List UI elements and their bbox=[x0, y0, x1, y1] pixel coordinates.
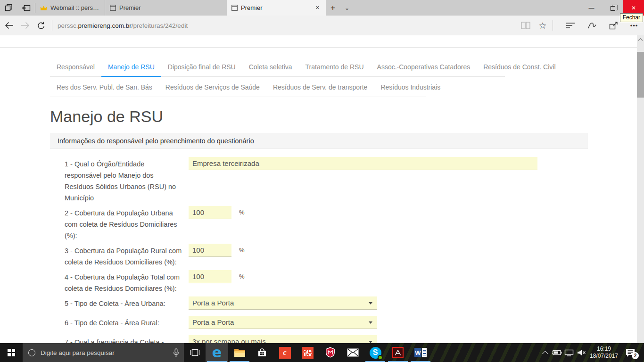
field-label: 5 - Tipo de Coleta - Área Urbana: bbox=[65, 296, 182, 310]
share-icon[interactable] bbox=[605, 16, 621, 35]
page-favicon-icon bbox=[110, 5, 116, 11]
word-icon: W bbox=[414, 348, 427, 357]
start-button[interactable] bbox=[0, 343, 23, 362]
hub-icon[interactable] bbox=[562, 16, 578, 35]
cortana-search-box[interactable]: Digite aqui para pesquisar bbox=[23, 343, 184, 362]
form-row-6: 6 - Tipo de Coleta - Área Rural: Porta a… bbox=[65, 316, 588, 329]
browser-nav-bar: perssc.premiereng.com.br/prefeituras/242… bbox=[0, 16, 644, 35]
refresh-button[interactable] bbox=[33, 16, 49, 35]
tab-disposicao-final[interactable]: Diposição final de RSU bbox=[161, 63, 242, 76]
tray-overflow-chevron-icon[interactable] bbox=[539, 343, 551, 362]
taskbar-file-explorer-button[interactable] bbox=[228, 343, 251, 362]
field-label: 4 - Cobertura da População Total com col… bbox=[65, 270, 182, 294]
url-path: /prefeituras/242/edit bbox=[132, 22, 188, 29]
browser-tab-premier-1[interactable]: Premier bbox=[105, 0, 227, 16]
minimize-button[interactable]: — bbox=[581, 0, 602, 16]
browser-tab-premier-active[interactable]: Premier ✕ bbox=[227, 0, 326, 16]
cobertura-total-input[interactable] bbox=[189, 270, 231, 283]
tab-residuos-const-civil[interactable]: Resíduos de Const. Civil bbox=[477, 63, 562, 76]
tab-residuos-serv-transporte[interactable]: Resíduos de Serv. de transporte bbox=[266, 83, 374, 97]
taskbar-red-sliders-app-button[interactable] bbox=[296, 343, 319, 362]
volume-muted-icon[interactable] bbox=[575, 343, 587, 362]
url-domain: premiereng.com.br bbox=[78, 22, 132, 29]
tab-close-icon[interactable]: ✕ bbox=[314, 5, 321, 11]
notification-badge: 2 bbox=[632, 352, 639, 359]
new-tab-button[interactable]: + bbox=[326, 0, 340, 16]
cobertura-urbana-input[interactable] bbox=[189, 206, 231, 219]
cobertura-rural-input[interactable] bbox=[189, 244, 231, 257]
tab-residuos-servicos-saude[interactable]: Resíduos de Serviços de Saúde bbox=[159, 83, 266, 97]
percent-suffix: % bbox=[239, 270, 245, 280]
address-bar[interactable]: perssc.premiereng.com.br/prefeituras/242… bbox=[58, 16, 188, 35]
orgao-entidade-input[interactable] bbox=[189, 157, 537, 170]
forward-button[interactable] bbox=[17, 16, 33, 35]
back-button[interactable] bbox=[1, 16, 17, 35]
form-row-4: 4 - Cobertura da População Total com col… bbox=[65, 270, 588, 294]
reading-view-icon[interactable] bbox=[518, 16, 534, 35]
set-tabs-aside-icon[interactable] bbox=[3, 2, 14, 14]
file-explorer-icon bbox=[234, 348, 246, 357]
browser-tab-webmail[interactable]: Webmail :: perssc@premier bbox=[35, 0, 105, 16]
tab-assoc-cooperativas[interactable]: Assoc.-Cooperativas Catadores bbox=[371, 63, 477, 76]
favorites-star-icon[interactable]: ☆ bbox=[535, 16, 551, 35]
page-scrollbar[interactable] bbox=[637, 35, 644, 343]
taskbar-word-button[interactable]: W bbox=[409, 343, 432, 362]
action-center-button[interactable]: 2 bbox=[620, 343, 640, 362]
select-value: Porta a Porta bbox=[192, 318, 234, 326]
form-tabs-row-2: Res dos Serv. Publ. de San. Bás Resíduos… bbox=[50, 82, 426, 97]
taskbar-red-swirl-app-button[interactable]: c bbox=[273, 343, 296, 362]
tab-tratamento-rsu[interactable]: Tratamento de RSU bbox=[299, 63, 371, 76]
tab-responsavel[interactable]: Responsável bbox=[50, 63, 101, 76]
tab-manejo-de-rsu[interactable]: Manejo de RSU bbox=[101, 63, 161, 77]
taskbar-mcafee-button[interactable] bbox=[319, 343, 341, 362]
search-placeholder: Digite aqui para pesquisar bbox=[41, 349, 168, 356]
mail-envelope-icon bbox=[347, 348, 359, 357]
edge-icon: e bbox=[212, 346, 222, 360]
taskbar-clock[interactable]: 16:19 18/07/2017 bbox=[587, 346, 620, 360]
nav-divider bbox=[52, 20, 52, 31]
tab-title: Premier bbox=[119, 4, 141, 11]
microphone-icon[interactable] bbox=[173, 348, 179, 357]
tab-coleta-seletiva[interactable]: Coleta seletiva bbox=[242, 63, 299, 76]
percent-suffix: % bbox=[239, 244, 245, 254]
tab-title: Premier bbox=[241, 4, 311, 11]
battery-icon[interactable] bbox=[551, 343, 563, 362]
section-header: Informações do responsável pelo preenchi… bbox=[50, 133, 588, 149]
taskbar-store-button[interactable] bbox=[251, 343, 273, 362]
adobe-reader-icon bbox=[392, 347, 404, 358]
form-row-1: 1 - Qual o Órgão/Entidade responsável pe… bbox=[65, 157, 588, 204]
crown-favicon-icon bbox=[40, 5, 47, 11]
tab-res-serv-publ-san-bas[interactable]: Res dos Serv. Publ. de San. Bás bbox=[50, 83, 159, 97]
nav-divider bbox=[553, 20, 553, 31]
network-icon[interactable] bbox=[563, 343, 575, 362]
page-title: Manejo de RSU bbox=[50, 106, 588, 127]
task-view-button[interactable] bbox=[184, 343, 206, 362]
skype-status-dot bbox=[378, 355, 383, 360]
tray-date: 18/07/2017 bbox=[587, 353, 620, 360]
tipo-coleta-urbana-select[interactable]: Porta a Porta bbox=[189, 296, 377, 310]
page-favicon-icon bbox=[231, 5, 238, 11]
scrollbar-thumb[interactable] bbox=[637, 52, 644, 98]
form-tabs-row-1: Responsável Manejo de RSU Diposição fina… bbox=[50, 61, 505, 77]
mcafee-shield-icon bbox=[325, 347, 336, 358]
browser-tab-bar: Webmail :: perssc@premier Premier Premie… bbox=[0, 0, 644, 16]
taskbar-mail-button[interactable] bbox=[341, 343, 364, 362]
tipo-coleta-rural-select[interactable]: Porta a Porta bbox=[189, 316, 377, 329]
field-label: 2 - Cobertura da População Urbana com co… bbox=[65, 206, 182, 241]
store-icon bbox=[257, 347, 267, 358]
tab-residuos-industriais[interactable]: Resíduos Industriais bbox=[374, 83, 447, 97]
taskbar-edge-button[interactable]: e bbox=[206, 343, 228, 362]
tray-time: 16:19 bbox=[587, 346, 620, 353]
tabs-set-aside-icon[interactable] bbox=[21, 2, 32, 14]
tab-list-dropdown-icon[interactable]: ⌄ bbox=[340, 0, 354, 16]
cortana-icon bbox=[28, 349, 35, 356]
taskbar-adobe-reader-button[interactable] bbox=[387, 343, 409, 362]
taskbar-skype-button[interactable]: S bbox=[364, 343, 387, 362]
field-label: 3 - Cobertura da População Rural com col… bbox=[65, 244, 182, 268]
form-row-3: 3 - Cobertura da População Rural com col… bbox=[65, 244, 588, 268]
windows-taskbar: Digite aqui para pesquisar e c bbox=[0, 343, 644, 362]
web-note-pen-icon[interactable] bbox=[584, 16, 600, 35]
skype-icon: S bbox=[370, 347, 381, 359]
scrollbar-up-arrow[interactable] bbox=[638, 38, 643, 42]
url-subdomain: perssc. bbox=[58, 22, 78, 29]
